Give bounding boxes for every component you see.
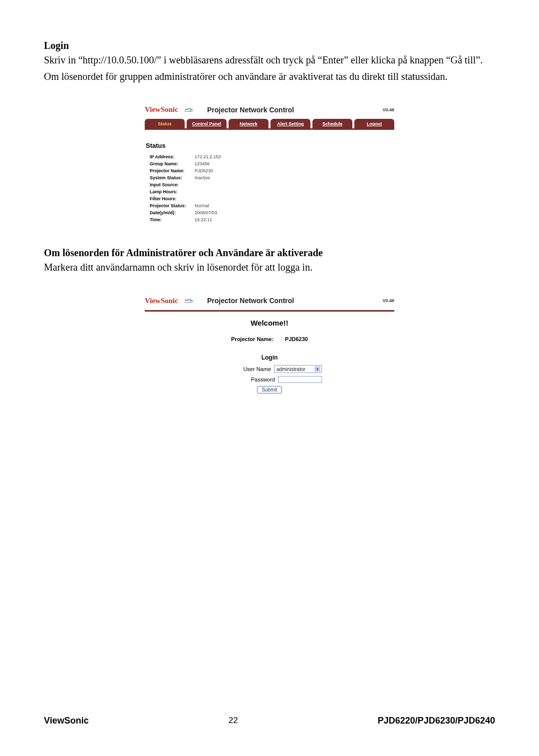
password-label: Password — [251, 377, 275, 382]
table-row: Group Name:123456 — [150, 161, 394, 166]
heading-login: Login — [44, 40, 495, 51]
row-value: Normal — [195, 203, 209, 208]
projector-name-label: Projector Name: — [231, 336, 273, 342]
username-label: User Name — [243, 366, 271, 372]
row-value: 123456 — [195, 161, 210, 166]
brand-birds-icon — [184, 296, 193, 305]
brand-name: ViewSonic — [145, 105, 178, 114]
table-row: Time:15:22:11 — [150, 217, 394, 222]
page-footer: ViewSonic 22 PJD6220/PJD6230/PJD6240 — [44, 716, 495, 726]
tab-alert-setting[interactable]: Alert Setting — [270, 119, 310, 128]
row-value: 2008/07/03 — [195, 210, 217, 215]
row-label: System Status: — [150, 175, 195, 180]
brand-birds-icon — [184, 106, 193, 113]
paragraph-3: Markera ditt användarnamn och skriv in l… — [44, 261, 495, 274]
row-label: Input Source: — [150, 182, 195, 187]
tab-control-panel[interactable]: Control Panel — [187, 119, 227, 128]
app-title: Projector Network Control — [207, 106, 294, 114]
nav-tabs: Status Control Panel Network Alert Setti… — [145, 119, 394, 130]
version-label: V0.46 — [382, 298, 394, 303]
page-number: 22 — [229, 716, 238, 726]
row-label: Filter Hours: — [150, 196, 195, 201]
table-row: Projector Status:Normal — [150, 203, 394, 208]
chevron-down-icon: ▾ — [314, 366, 320, 372]
login-form: User Name administrator ▾ Password Submi… — [217, 365, 322, 393]
header-rule — [145, 310, 394, 312]
projector-line: Projector Name: PJD6230 — [145, 336, 394, 342]
brand-name: ViewSonic — [145, 297, 178, 305]
row-label: Lamp Hours: — [150, 189, 195, 194]
status-table: IP Address:172.21.2.152 Group Name:12345… — [150, 154, 394, 222]
table-row: IP Address:172.21.2.152 — [150, 154, 394, 159]
status-heading: Status — [146, 142, 394, 149]
row-label: IP Address: — [150, 154, 195, 159]
row-value: Inactive — [195, 175, 210, 180]
tab-schedule[interactable]: Schedule — [312, 119, 352, 128]
heading-passwords-enabled: Om lösenorden för Administratörer och An… — [44, 247, 495, 259]
tab-status[interactable]: Status — [145, 119, 185, 128]
table-row: Input Source: — [150, 182, 394, 187]
screenshot-status-page: ViewSonic Projector Network Control V0.4… — [145, 103, 394, 222]
table-row: Date(y/m/d):2008/07/03 — [150, 210, 394, 215]
paragraph-2: Om lösenordet för gruppen administratöre… — [44, 70, 495, 83]
login-section-label: Login — [145, 354, 394, 361]
paragraph-1: Skriv in “http://10.0.50.100/” i webbläs… — [44, 53, 495, 67]
row-label: Projector Status: — [150, 203, 195, 208]
password-input[interactable] — [278, 376, 322, 383]
row-label: Time: — [150, 217, 195, 222]
footer-brand: ViewSonic — [44, 716, 89, 726]
projector-name-value: PJD6230 — [285, 336, 308, 342]
footer-models: PJD6220/PJD6230/PJD6240 — [378, 716, 495, 726]
version-label: V0.46 — [382, 107, 394, 112]
username-select-value: administrator — [276, 367, 305, 372]
tab-logout[interactable]: Logout — [354, 119, 394, 128]
username-select[interactable]: administrator ▾ — [274, 365, 322, 373]
table-row: System Status:Inactive — [150, 175, 394, 180]
tab-network[interactable]: Network — [229, 119, 269, 128]
row-value: PJD6230 — [195, 168, 213, 173]
table-row: Filter Hours: — [150, 196, 394, 201]
app-title: Projector Network Control — [207, 297, 294, 305]
welcome-heading: Welcome!! — [145, 319, 394, 327]
row-label: Group Name: — [150, 161, 195, 166]
row-label: Date(y/m/d): — [150, 210, 195, 215]
table-row: Projector Name:PJD6230 — [150, 168, 394, 173]
row-value: 15:22:11 — [195, 217, 212, 222]
submit-button[interactable]: Submit — [257, 386, 281, 393]
row-value: 172.21.2.152 — [195, 154, 221, 159]
table-row: Lamp Hours: — [150, 189, 394, 194]
row-label: Projector Name: — [150, 168, 195, 173]
screenshot-login-page: ViewSonic Projector Network Control V0.4… — [145, 294, 394, 393]
